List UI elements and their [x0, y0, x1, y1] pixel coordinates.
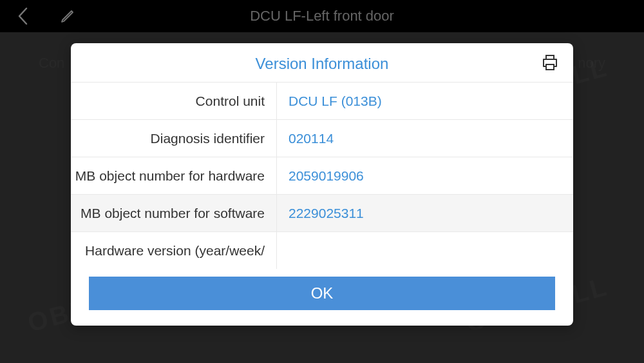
svg-rect-1 — [546, 64, 554, 70]
edit-button[interactable] — [58, 6, 77, 26]
modal-overlay: Version Information Control unit DCU LF … — [0, 32, 644, 363]
table-row: Diagnosis identifier 020114 — [71, 120, 573, 157]
row-value: 020114 — [277, 131, 573, 146]
modal-footer: OK — [71, 269, 573, 326]
row-label: Hardware version (year/week/ — [71, 232, 277, 269]
back-button[interactable] — [13, 6, 32, 26]
row-label: Control unit — [71, 83, 277, 119]
version-info-modal: Version Information Control unit DCU LF … — [71, 43, 573, 326]
table-row: Hardware version (year/week/ — [71, 232, 573, 269]
chevron-left-icon — [17, 7, 28, 25]
row-value: 2059019906 — [277, 168, 573, 184]
row-value: DCU LF (013B) — [277, 93, 573, 109]
ok-button[interactable]: OK — [89, 277, 555, 310]
row-label: Diagnosis identifier — [71, 120, 277, 157]
table-row: MB object number for software 2229025311 — [71, 195, 573, 232]
info-table: Control unit DCU LF (013B) Diagnosis ide… — [71, 82, 573, 269]
table-row: MB object number for hardware 2059019906 — [71, 157, 573, 195]
row-label: MB object number for hardware — [71, 157, 277, 194]
printer-icon — [541, 54, 559, 72]
modal-title: Version Information — [256, 55, 389, 73]
modal-header: Version Information — [71, 43, 573, 82]
row-label: MB object number for software — [71, 195, 277, 231]
row-value: 2229025311 — [277, 206, 573, 221]
app-header: DCU LF-Left front door — [0, 0, 644, 32]
print-button[interactable] — [540, 52, 560, 73]
pencil-icon — [60, 8, 75, 24]
table-row: Control unit DCU LF (013B) — [71, 83, 573, 120]
page-title: DCU LF-Left front door — [250, 8, 394, 25]
